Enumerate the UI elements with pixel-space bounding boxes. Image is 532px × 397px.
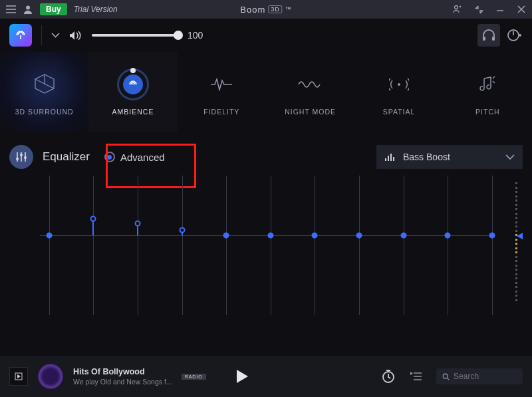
svg-point-7 (16, 158, 19, 160)
chevron-down-icon (505, 154, 515, 160)
eq-band-knob[interactable] (489, 233, 495, 239)
buy-button[interactable]: Buy (40, 3, 67, 15)
track-subtitle: We play Old and New Songs f... (73, 378, 172, 386)
cube-icon (28, 68, 61, 101)
equalizer-toggle-icon[interactable] (9, 145, 33, 169)
album-art[interactable] (37, 363, 64, 390)
eq-band-knob[interactable] (223, 233, 229, 239)
player-bar: Hits Of Bollywood We play Old and New So… (0, 356, 532, 397)
eq-band-knob[interactable] (445, 233, 451, 239)
eq-band-line (315, 176, 315, 315)
svg-rect-2 (483, 37, 485, 41)
global-gain-track[interactable] (515, 176, 517, 315)
timer-icon[interactable] (382, 369, 395, 384)
wave-icon (294, 68, 327, 101)
radio-icon (104, 152, 115, 162)
eq-band-line (492, 176, 493, 315)
equalizer-title: Equalizer (43, 150, 90, 164)
playlist-icon[interactable] (410, 371, 422, 382)
mode-spatial[interactable]: SPATIAL (354, 52, 443, 132)
ambience-icon (116, 68, 150, 101)
eq-band-line (404, 176, 404, 315)
title-bar: Buy Trial Version Boom 3D ™ (0, 0, 532, 19)
preset-icon (384, 152, 396, 162)
eq-band-line (359, 176, 360, 315)
global-gain-handle[interactable] (516, 233, 523, 239)
svg-point-9 (24, 156, 27, 159)
search-input[interactable] (454, 372, 517, 381)
account-icon[interactable] (452, 4, 463, 15)
eq-band-line (138, 176, 138, 315)
volume-slider[interactable] (92, 34, 178, 37)
svg-rect-12 (390, 154, 392, 161)
headphones-button[interactable] (477, 24, 500, 47)
preset-dropdown[interactable]: Bass Boost (376, 145, 523, 169)
eq-band-line (271, 176, 271, 315)
eq-band-knob[interactable] (134, 221, 140, 227)
svg-rect-10 (385, 158, 386, 161)
radio-badge: RADIO (182, 374, 206, 380)
eq-band-knob[interactable] (400, 233, 406, 239)
eq-band-line (49, 176, 50, 315)
volume-fill (92, 34, 178, 37)
mode-fidelity[interactable]: FIDELITY (178, 52, 266, 132)
preset-label: Bass Boost (403, 152, 499, 162)
close-icon[interactable] (516, 4, 527, 15)
pitch-icon (471, 68, 504, 101)
mode-label: NIGHT MODE (285, 108, 336, 116)
eq-band-knob[interactable] (90, 216, 96, 222)
power-toggle-icon[interactable] (507, 28, 523, 43)
svg-point-1 (455, 6, 458, 9)
svg-point-0 (26, 6, 30, 10)
user-icon[interactable] (23, 4, 33, 15)
eq-band-knob[interactable] (312, 233, 318, 239)
output-dropdown-icon[interactable] (51, 33, 60, 38)
mode-label: PITCH (475, 108, 500, 116)
app-logo[interactable] (9, 24, 32, 47)
separator (41, 25, 42, 45)
zero-axis (40, 235, 492, 236)
eq-band-line (93, 176, 94, 315)
mode-label: FIDELITY (203, 108, 239, 116)
app-title: Boom 3D ™ (240, 5, 291, 15)
speaker-icon[interactable] (69, 30, 82, 41)
minimize-icon[interactable] (495, 4, 505, 15)
eq-band-knob[interactable] (356, 233, 362, 239)
spatial-icon (382, 68, 416, 101)
search-box[interactable] (436, 368, 523, 384)
mode-ambience[interactable]: AMBIENCE (88, 52, 177, 132)
track-info: Hits Of Bollywood We play Old and New So… (73, 367, 172, 386)
volume-value: 100 (188, 30, 203, 41)
svg-rect-13 (393, 157, 394, 161)
hamburger-icon[interactable] (5, 4, 16, 15)
mode-label: 3D SURROUND (15, 108, 74, 116)
svg-point-8 (20, 154, 23, 156)
mode-label: AMBIENCE (112, 108, 154, 116)
volume-thumb[interactable] (174, 31, 183, 40)
mode-3d-surround[interactable]: 3D SURROUND (0, 52, 88, 132)
mode-pitch[interactable]: PITCH (444, 52, 532, 132)
effect-modes: 3D SURROUND AMBIENCE FIDELITY NIGHT MODE… (0, 52, 532, 132)
collapse-icon[interactable] (473, 4, 484, 15)
eq-band-knob[interactable] (179, 227, 185, 233)
equalizer-graph (40, 176, 492, 315)
eq-band-knob[interactable] (267, 233, 273, 239)
toolbar: 100 (0, 19, 532, 52)
track-title: Hits Of Bollywood (73, 367, 172, 376)
svg-rect-11 (388, 156, 389, 161)
eq-band-line (226, 176, 227, 315)
eq-band-knob[interactable] (46, 233, 52, 239)
pulse-icon (205, 68, 238, 101)
svg-rect-3 (492, 37, 495, 41)
svg-point-16 (443, 374, 448, 378)
svg-point-6 (398, 83, 400, 86)
mode-label: SPATIAL (383, 108, 416, 116)
play-button[interactable] (235, 369, 249, 384)
eq-band-line (448, 176, 448, 315)
equalizer-header: Equalizer Advanced Bass Boost (0, 132, 532, 176)
mode-night[interactable]: NIGHT MODE (266, 52, 354, 132)
advanced-label: Advanced (120, 152, 165, 163)
source-button[interactable] (9, 367, 28, 386)
advanced-toggle[interactable]: Advanced (99, 148, 170, 167)
eq-band-line (182, 176, 183, 315)
